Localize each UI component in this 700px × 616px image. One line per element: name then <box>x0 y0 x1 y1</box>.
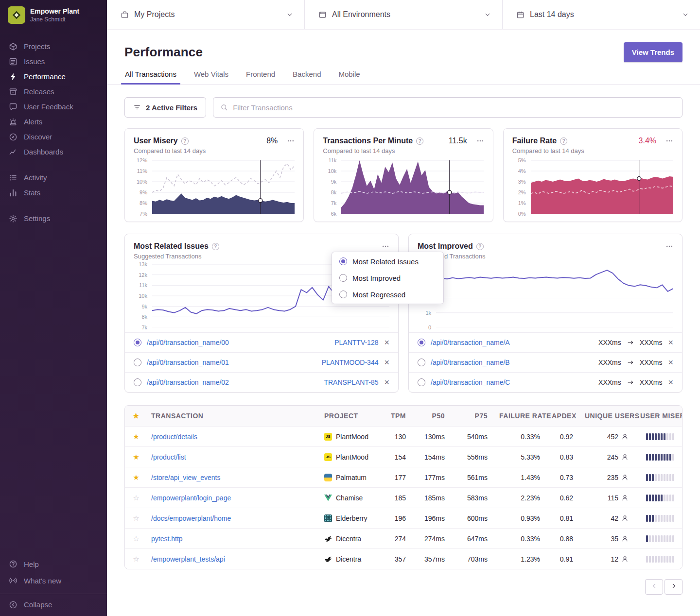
close-icon[interactable]: × <box>384 358 389 367</box>
transaction-link[interactable]: /product/details <box>151 433 197 441</box>
tab-web-vitals[interactable]: Web Vitals <box>193 70 229 84</box>
ellipsis-menu-icon[interactable] <box>382 242 389 250</box>
metric-card-failure-rate: Failure Rate?3.4%Compared to last 14 day… <box>503 128 682 222</box>
tab-frontend[interactable]: Frontend <box>245 70 276 84</box>
tab-mobile[interactable]: Mobile <box>338 70 360 84</box>
transaction-link[interactable]: /api/0/transaction_name/B <box>431 359 510 366</box>
radio-icon[interactable] <box>134 339 141 346</box>
transaction-link[interactable]: /empowerplant_tests/api <box>151 555 225 563</box>
chart-failure-rate[interactable] <box>531 160 673 214</box>
sidebar-item-label: User Feedback <box>24 103 73 111</box>
tab-all-transactions[interactable]: All Transactions <box>124 70 177 84</box>
menu-option-most-improved[interactable]: Most Improved <box>332 270 443 286</box>
menu-option-most-regressed[interactable]: Most Regressed <box>332 286 443 303</box>
search-input[interactable] <box>233 103 675 112</box>
ellipsis-menu-icon[interactable] <box>476 137 484 145</box>
chart-most-improved[interactable] <box>436 264 673 327</box>
star-icon[interactable]: ☆ <box>133 555 139 564</box>
sidebar-item-help[interactable]: Help <box>0 556 107 572</box>
ellipsis-menu-icon[interactable] <box>665 137 673 145</box>
active-filters-button[interactable]: 2 Active Filters <box>124 97 206 118</box>
close-icon[interactable]: × <box>384 378 389 387</box>
help-circle-icon[interactable]: ? <box>476 243 484 250</box>
main-area: My Projects All Environments Last 14 day… <box>107 0 700 616</box>
project-selector[interactable]: My Projects <box>107 0 305 29</box>
help-circle-icon[interactable]: ? <box>181 137 189 145</box>
star-icon[interactable]: ★ <box>133 473 139 482</box>
sidebar-item-label: What's new <box>24 577 61 585</box>
y-axis-tick: 4% <box>518 169 526 174</box>
help-circle-icon[interactable]: ? <box>560 137 567 145</box>
radio-icon[interactable] <box>418 378 425 386</box>
close-icon[interactable]: × <box>668 358 673 367</box>
daterange-selector[interactable]: Last 14 days <box>503 0 700 29</box>
transaction-link[interactable]: /api/0/transaction_name/02 <box>147 378 229 386</box>
close-icon[interactable]: × <box>384 338 389 347</box>
radio-icon[interactable] <box>134 359 141 366</box>
sidebar-collapse-button[interactable]: Collapse <box>0 597 107 612</box>
column-header-tpm: TPM <box>383 412 414 420</box>
sidebar-item-issues[interactable]: Issues <box>0 54 107 69</box>
radio-icon[interactable] <box>418 359 425 366</box>
radio-icon[interactable] <box>418 339 425 346</box>
sidebar-item-what-s-new[interactable]: What's new <box>0 572 107 589</box>
close-icon[interactable]: × <box>668 378 673 387</box>
sidebar-item-projects[interactable]: Projects <box>0 39 107 54</box>
star-icon[interactable]: ★ <box>133 453 139 462</box>
column-header-apdex: APDEX <box>548 412 581 420</box>
help-circle-icon[interactable]: ? <box>212 243 219 250</box>
transaction-link[interactable]: pytest.http <box>151 535 183 543</box>
p50-value: 185ms <box>414 494 453 502</box>
issue-link[interactable]: PLANTMOOD-344 <box>322 359 379 366</box>
arrow-right-icon <box>627 339 634 346</box>
org-switcher[interactable]: Empower Plant Jane Schmidt <box>0 0 107 30</box>
chart-transactions-per-minute[interactable] <box>341 160 484 214</box>
issue-link[interactable]: PLANTTV-128 <box>334 339 378 346</box>
user-icon <box>621 514 629 522</box>
transaction-link[interactable]: /api/0/transaction_name/00 <box>147 339 229 346</box>
transaction-link[interactable]: /api/0/transaction_name/A <box>431 339 510 346</box>
close-icon[interactable]: × <box>668 338 673 347</box>
transaction-link[interactable]: /docs/empowerplant/home <box>151 514 231 522</box>
sidebar-item-label: Releases <box>24 87 54 96</box>
page-header: Performance View Trends <box>107 30 700 62</box>
next-page-button[interactable] <box>665 579 682 595</box>
tab-bar: All TransactionsWeb VitalsFrontendBacken… <box>107 70 700 85</box>
transaction-link[interactable]: /product/list <box>151 453 186 461</box>
sidebar-item-label: Settings <box>24 214 50 222</box>
radio-icon[interactable] <box>134 378 141 386</box>
sidebar-item-activity[interactable]: Activity <box>0 170 107 185</box>
previous-page-button[interactable] <box>645 579 663 595</box>
star-icon[interactable]: ☆ <box>133 494 139 502</box>
sidebar-item-stats[interactable]: Stats <box>0 185 107 200</box>
environment-selector[interactable]: All Environments <box>305 0 503 29</box>
sidebar-item-releases[interactable]: Releases <box>0 84 107 99</box>
ellipsis-menu-icon[interactable] <box>287 137 295 145</box>
y-axis-tick: 0 <box>428 325 431 330</box>
transaction-link[interactable]: /store/api_view_events <box>151 474 220 481</box>
transaction-link[interactable]: /api/0/transaction_name/01 <box>147 359 229 366</box>
sidebar-item-settings[interactable]: Settings <box>0 211 107 226</box>
star-icon[interactable]: ★ <box>133 432 139 441</box>
tab-backend[interactable]: Backend <box>292 70 321 84</box>
metric-value: 8% <box>266 137 278 145</box>
sidebar-item-dashboards[interactable]: Dashboards <box>0 144 107 159</box>
sidebar-item-label: Activity <box>24 173 47 182</box>
help-circle-icon[interactable]: ? <box>416 137 423 145</box>
sidebar-item-label: Performance <box>24 72 66 81</box>
sidebar-item-alerts[interactable]: Alerts <box>0 114 107 129</box>
sidebar-item-performance[interactable]: Performance <box>0 69 107 84</box>
menu-option-most-related-issues[interactable]: Most Related Issues <box>332 253 443 270</box>
project-name: Palmatum <box>336 474 367 481</box>
star-icon[interactable]: ☆ <box>133 534 139 543</box>
transaction-link[interactable]: /api/0/transaction_name/C <box>431 378 510 386</box>
sidebar-item-discover[interactable]: Discover <box>0 129 107 144</box>
p50-value: 177ms <box>414 474 453 481</box>
issue-link[interactable]: TRANSPLANT-85 <box>324 378 378 386</box>
chart-user-misery[interactable] <box>152 160 295 214</box>
transaction-link[interactable]: /empowerplant/login_page <box>151 494 231 502</box>
view-trends-button[interactable]: View Trends <box>624 42 682 62</box>
ellipsis-menu-icon[interactable] <box>665 242 673 250</box>
sidebar-item-user-feedback[interactable]: User Feedback <box>0 99 107 114</box>
star-icon[interactable]: ☆ <box>133 514 139 523</box>
